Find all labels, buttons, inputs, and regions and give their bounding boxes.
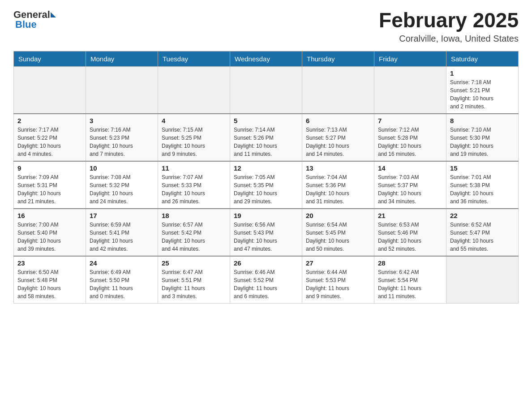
table-row: 2Sunrise: 7:17 AM Sunset: 5:22 PM Daylig… bbox=[14, 114, 86, 161]
day-info: Sunrise: 7:07 AM Sunset: 5:33 PM Dayligh… bbox=[162, 173, 226, 206]
table-row: 25Sunrise: 6:47 AM Sunset: 5:51 PM Dayli… bbox=[158, 256, 230, 304]
table-row: 18Sunrise: 6:57 AM Sunset: 5:42 PM Dayli… bbox=[158, 209, 230, 256]
table-row: 19Sunrise: 6:56 AM Sunset: 5:43 PM Dayli… bbox=[230, 209, 302, 256]
col-wednesday: Wednesday bbox=[230, 51, 302, 66]
day-number: 9 bbox=[17, 164, 82, 172]
month-title: February 2025 bbox=[379, 9, 519, 32]
logo-triangle-icon bbox=[51, 12, 56, 17]
day-info: Sunrise: 7:13 AM Sunset: 5:27 PM Dayligh… bbox=[306, 126, 370, 158]
title-block: February 2025 Coralville, Iowa, United S… bbox=[379, 9, 519, 44]
day-info: Sunrise: 6:57 AM Sunset: 5:42 PM Dayligh… bbox=[162, 221, 226, 253]
table-row: 14Sunrise: 7:03 AM Sunset: 5:37 PM Dayli… bbox=[374, 161, 446, 209]
day-number: 10 bbox=[90, 164, 154, 172]
calendar-week-row: 9Sunrise: 7:09 AM Sunset: 5:31 PM Daylig… bbox=[14, 161, 519, 209]
calendar-header-row: Sunday Monday Tuesday Wednesday Thursday… bbox=[14, 51, 519, 66]
calendar-week-row: 1Sunrise: 7:18 AM Sunset: 5:21 PM Daylig… bbox=[14, 66, 519, 114]
day-info: Sunrise: 7:09 AM Sunset: 5:31 PM Dayligh… bbox=[17, 173, 82, 206]
table-row: 24Sunrise: 6:49 AM Sunset: 5:50 PM Dayli… bbox=[86, 256, 158, 304]
day-info: Sunrise: 6:56 AM Sunset: 5:43 PM Dayligh… bbox=[234, 221, 298, 253]
day-info: Sunrise: 6:52 AM Sunset: 5:47 PM Dayligh… bbox=[450, 221, 515, 253]
table-row: 12Sunrise: 7:05 AM Sunset: 5:35 PM Dayli… bbox=[230, 161, 302, 209]
table-row bbox=[446, 256, 519, 304]
table-row: 27Sunrise: 6:44 AM Sunset: 5:53 PM Dayli… bbox=[302, 256, 374, 304]
day-number: 2 bbox=[17, 117, 82, 124]
day-number: 23 bbox=[17, 259, 82, 267]
day-info: Sunrise: 6:54 AM Sunset: 5:45 PM Dayligh… bbox=[306, 221, 370, 253]
day-info: Sunrise: 6:44 AM Sunset: 5:53 PM Dayligh… bbox=[306, 268, 370, 300]
day-info: Sunrise: 7:00 AM Sunset: 5:40 PM Dayligh… bbox=[17, 221, 82, 253]
day-number: 27 bbox=[306, 259, 370, 267]
calendar-week-row: 23Sunrise: 6:50 AM Sunset: 5:48 PM Dayli… bbox=[14, 256, 519, 304]
table-row: 13Sunrise: 7:04 AM Sunset: 5:36 PM Dayli… bbox=[302, 161, 374, 209]
logo: General Blue bbox=[13, 9, 56, 30]
day-number: 26 bbox=[234, 259, 298, 267]
table-row: 9Sunrise: 7:09 AM Sunset: 5:31 PM Daylig… bbox=[14, 161, 86, 209]
table-row bbox=[86, 66, 158, 114]
day-info: Sunrise: 7:03 AM Sunset: 5:37 PM Dayligh… bbox=[378, 173, 442, 206]
table-row: 15Sunrise: 7:01 AM Sunset: 5:38 PM Dayli… bbox=[446, 161, 519, 209]
day-number: 25 bbox=[162, 259, 226, 267]
col-monday: Monday bbox=[86, 51, 158, 66]
day-info: Sunrise: 7:08 AM Sunset: 5:32 PM Dayligh… bbox=[90, 173, 154, 206]
table-row: 1Sunrise: 7:18 AM Sunset: 5:21 PM Daylig… bbox=[446, 66, 519, 114]
col-tuesday: Tuesday bbox=[158, 51, 230, 66]
table-row bbox=[158, 66, 230, 114]
table-row: 21Sunrise: 6:53 AM Sunset: 5:46 PM Dayli… bbox=[374, 209, 446, 256]
table-row: 16Sunrise: 7:00 AM Sunset: 5:40 PM Dayli… bbox=[14, 209, 86, 256]
table-row: 8Sunrise: 7:10 AM Sunset: 5:30 PM Daylig… bbox=[446, 114, 519, 161]
col-saturday: Saturday bbox=[446, 51, 519, 66]
day-info: Sunrise: 7:10 AM Sunset: 5:30 PM Dayligh… bbox=[450, 126, 515, 158]
table-row: 23Sunrise: 6:50 AM Sunset: 5:48 PM Dayli… bbox=[14, 256, 86, 304]
day-number: 28 bbox=[378, 259, 442, 267]
table-row: 22Sunrise: 6:52 AM Sunset: 5:47 PM Dayli… bbox=[446, 209, 519, 256]
table-row: 4Sunrise: 7:15 AM Sunset: 5:25 PM Daylig… bbox=[158, 114, 230, 161]
table-row: 6Sunrise: 7:13 AM Sunset: 5:27 PM Daylig… bbox=[302, 114, 374, 161]
table-row bbox=[14, 66, 86, 114]
day-info: Sunrise: 7:17 AM Sunset: 5:22 PM Dayligh… bbox=[17, 126, 82, 158]
table-row: 7Sunrise: 7:12 AM Sunset: 5:28 PM Daylig… bbox=[374, 114, 446, 161]
day-number: 22 bbox=[450, 212, 515, 219]
day-number: 24 bbox=[90, 259, 154, 267]
col-thursday: Thursday bbox=[302, 51, 374, 66]
day-info: Sunrise: 6:42 AM Sunset: 5:54 PM Dayligh… bbox=[378, 268, 442, 300]
day-number: 17 bbox=[90, 212, 154, 219]
day-number: 6 bbox=[306, 117, 370, 124]
table-row: 20Sunrise: 6:54 AM Sunset: 5:45 PM Dayli… bbox=[302, 209, 374, 256]
day-number: 19 bbox=[234, 212, 298, 219]
day-number: 20 bbox=[306, 212, 370, 219]
day-number: 8 bbox=[450, 117, 515, 124]
day-info: Sunrise: 7:04 AM Sunset: 5:36 PM Dayligh… bbox=[306, 173, 370, 206]
calendar-week-row: 2Sunrise: 7:17 AM Sunset: 5:22 PM Daylig… bbox=[14, 114, 519, 161]
table-row: 11Sunrise: 7:07 AM Sunset: 5:33 PM Dayli… bbox=[158, 161, 230, 209]
table-row: 26Sunrise: 6:46 AM Sunset: 5:52 PM Dayli… bbox=[230, 256, 302, 304]
day-info: Sunrise: 7:16 AM Sunset: 5:23 PM Dayligh… bbox=[90, 126, 154, 158]
col-friday: Friday bbox=[374, 51, 446, 66]
table-row: 5Sunrise: 7:14 AM Sunset: 5:26 PM Daylig… bbox=[230, 114, 302, 161]
day-number: 5 bbox=[234, 117, 298, 124]
table-row bbox=[230, 66, 302, 114]
day-number: 16 bbox=[17, 212, 82, 219]
day-number: 7 bbox=[378, 117, 442, 124]
day-number: 14 bbox=[378, 164, 442, 172]
day-number: 3 bbox=[90, 117, 154, 124]
page-header: General Blue February 2025 Coralville, I… bbox=[13, 9, 519, 44]
calendar-week-row: 16Sunrise: 7:00 AM Sunset: 5:40 PM Dayli… bbox=[14, 209, 519, 256]
day-info: Sunrise: 6:46 AM Sunset: 5:52 PM Dayligh… bbox=[234, 268, 298, 300]
day-number: 18 bbox=[162, 212, 226, 219]
day-info: Sunrise: 7:05 AM Sunset: 5:35 PM Dayligh… bbox=[234, 173, 298, 206]
logo-blue-text: Blue bbox=[15, 19, 37, 30]
table-row: 10Sunrise: 7:08 AM Sunset: 5:32 PM Dayli… bbox=[86, 161, 158, 209]
day-info: Sunrise: 6:47 AM Sunset: 5:51 PM Dayligh… bbox=[162, 268, 226, 300]
day-number: 4 bbox=[162, 117, 226, 124]
day-info: Sunrise: 7:12 AM Sunset: 5:28 PM Dayligh… bbox=[378, 126, 442, 158]
day-info: Sunrise: 7:01 AM Sunset: 5:38 PM Dayligh… bbox=[450, 173, 515, 206]
day-number: 11 bbox=[162, 164, 226, 172]
day-number: 12 bbox=[234, 164, 298, 172]
day-number: 13 bbox=[306, 164, 370, 172]
col-sunday: Sunday bbox=[14, 51, 86, 66]
day-number: 15 bbox=[450, 164, 515, 172]
day-info: Sunrise: 7:15 AM Sunset: 5:25 PM Dayligh… bbox=[162, 126, 226, 158]
table-row: 17Sunrise: 6:59 AM Sunset: 5:41 PM Dayli… bbox=[86, 209, 158, 256]
table-row: 28Sunrise: 6:42 AM Sunset: 5:54 PM Dayli… bbox=[374, 256, 446, 304]
day-info: Sunrise: 6:53 AM Sunset: 5:46 PM Dayligh… bbox=[378, 221, 442, 253]
